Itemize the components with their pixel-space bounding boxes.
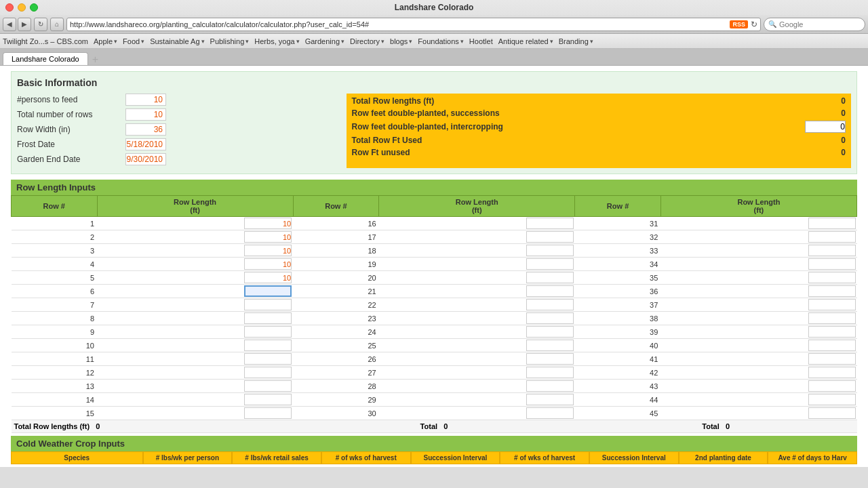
row-input-27[interactable]	[526, 367, 574, 378]
row-input-1[interactable]	[244, 218, 292, 229]
row-input-45[interactable]	[808, 407, 856, 419]
row-input-17[interactable]	[526, 231, 574, 243]
row-cell-1[interactable]	[97, 271, 293, 285]
row-input-24[interactable]	[526, 326, 574, 338]
forward-button[interactable]: ▶	[18, 18, 31, 31]
row-input-25[interactable]	[526, 340, 574, 351]
row-cell-2[interactable]	[379, 380, 575, 393]
bookmark-directory[interactable]: Directory ▾	[350, 37, 384, 45]
row-input-11[interactable]	[244, 353, 292, 365]
bookmark-apple[interactable]: Apple ▾	[94, 37, 117, 45]
row-input-9[interactable]	[244, 326, 292, 338]
maximize-button[interactable]	[30, 3, 38, 12]
row-cell-3[interactable]	[660, 244, 856, 258]
bookmark-foundations[interactable]: Foundations ▾	[418, 37, 464, 45]
row-input-32[interactable]	[808, 231, 856, 243]
row-input-8[interactable]	[244, 312, 292, 324]
refresh-icon[interactable]: ↻	[751, 20, 757, 29]
row-input-14[interactable]	[244, 394, 292, 405]
row-cell-3[interactable]	[660, 285, 856, 298]
row-input-15[interactable]	[244, 407, 292, 419]
tab-landshare[interactable]: Landshare Colorado	[3, 52, 88, 65]
row-cell-1[interactable]	[97, 217, 293, 230]
row-input-35[interactable]	[808, 272, 856, 283]
row-cell-3[interactable]	[660, 312, 856, 325]
url-bar[interactable]: http://www.landshareco.org/planting_calc…	[66, 18, 761, 31]
bookmark-herbs[interactable]: Herbs, yoga ▾	[254, 37, 299, 45]
row-cell-1[interactable]	[97, 339, 293, 352]
row-input-18[interactable]	[526, 245, 574, 256]
row-input-21[interactable]	[526, 285, 574, 297]
row-cell-3[interactable]	[660, 380, 856, 393]
search-input[interactable]	[779, 20, 847, 28]
row-cell-1[interactable]	[97, 298, 293, 312]
bookmark-food[interactable]: Food ▾	[123, 37, 144, 45]
row-input-30[interactable]	[526, 407, 574, 419]
row-cell-2[interactable]	[379, 258, 575, 271]
row-cell-2[interactable]	[379, 312, 575, 325]
back-button[interactable]: ◀	[3, 18, 16, 31]
rss-button[interactable]: RSS	[730, 20, 748, 28]
row-cell-3[interactable]	[660, 271, 856, 285]
row-cell-3[interactable]	[660, 366, 856, 380]
row-cell-1[interactable]	[97, 325, 293, 339]
row-cell-2[interactable]	[379, 271, 575, 285]
row-input-28[interactable]	[526, 380, 574, 392]
row-cell-1[interactable]	[97, 312, 293, 325]
row-input-34[interactable]	[808, 258, 856, 270]
row-cell-2[interactable]	[379, 230, 575, 244]
input-frost[interactable]	[125, 138, 166, 150]
row-cell-3[interactable]	[660, 407, 856, 420]
row-input-44[interactable]	[808, 394, 856, 405]
row-input-3[interactable]	[244, 245, 292, 256]
row-cell-2[interactable]	[379, 393, 575, 407]
row-input-16[interactable]	[526, 218, 574, 229]
row-input-12[interactable]	[244, 367, 292, 378]
bookmark-antique[interactable]: Antique related ▾	[498, 37, 553, 45]
row-input-36[interactable]	[808, 285, 856, 297]
row-input-22[interactable]	[526, 299, 574, 310]
row-input-19[interactable]	[526, 258, 574, 270]
row-input-43[interactable]	[808, 380, 856, 392]
row-input-42[interactable]	[808, 367, 856, 378]
row-cell-3[interactable]	[660, 339, 856, 352]
row-cell-1[interactable]	[97, 380, 293, 393]
row-input-29[interactable]	[526, 394, 574, 405]
search-bar[interactable]: 🔍	[764, 18, 865, 31]
row-cell-2[interactable]	[379, 298, 575, 312]
bookmark-hootlet[interactable]: Hootlet	[469, 37, 493, 45]
row-cell-1[interactable]	[97, 352, 293, 366]
row-input-7[interactable]	[244, 299, 292, 310]
home-button[interactable]: ⌂	[50, 18, 64, 31]
minimize-button[interactable]	[18, 3, 26, 12]
row-input-41[interactable]	[808, 353, 856, 365]
row-cell-2[interactable]	[379, 325, 575, 339]
row-cell-3[interactable]	[660, 230, 856, 244]
row-cell-3[interactable]	[660, 217, 856, 230]
row-cell-1[interactable]	[97, 366, 293, 380]
row-input-38[interactable]	[808, 312, 856, 324]
row-input-20[interactable]	[526, 272, 574, 283]
row-input-33[interactable]	[808, 245, 856, 256]
bookmark-branding[interactable]: Branding ▾	[559, 37, 593, 45]
row-input-39[interactable]	[808, 326, 856, 338]
input-garden-end[interactable]	[125, 153, 166, 165]
row-cell-1[interactable]	[97, 407, 293, 420]
reload-button[interactable]: ↻	[34, 18, 47, 31]
bookmark-publishing[interactable]: Publishing ▾	[210, 37, 250, 45]
row-input-5[interactable]	[244, 272, 292, 283]
row-cell-1[interactable]	[97, 230, 293, 244]
row-input-6[interactable]	[244, 285, 292, 297]
row-input-10[interactable]	[244, 340, 292, 351]
result-input-double-inter[interactable]	[805, 121, 846, 133]
row-cell-1[interactable]	[97, 244, 293, 258]
row-input-13[interactable]	[244, 380, 292, 392]
new-tab-button[interactable]: +	[92, 54, 98, 65]
row-cell-2[interactable]	[379, 285, 575, 298]
row-cell-1[interactable]	[97, 285, 293, 298]
close-button[interactable]	[5, 3, 14, 12]
row-input-26[interactable]	[526, 353, 574, 365]
row-cell-3[interactable]	[660, 258, 856, 271]
bookmark-blogs[interactable]: blogs ▾	[390, 37, 412, 45]
row-cell-2[interactable]	[379, 339, 575, 352]
